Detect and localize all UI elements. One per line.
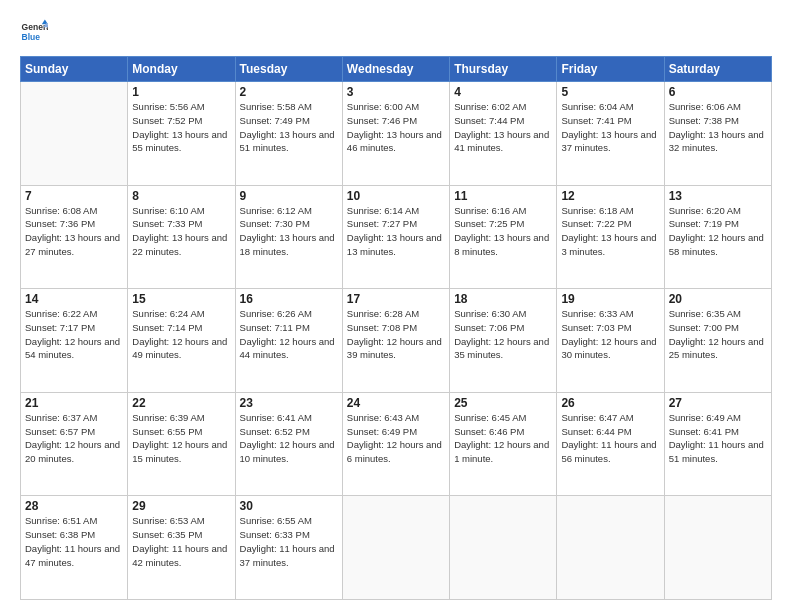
day-info: Sunrise: 6:51 AMSunset: 6:38 PMDaylight:… — [25, 514, 123, 569]
day-number: 29 — [132, 499, 230, 513]
logo-icon: General Blue — [20, 18, 48, 46]
day-number: 12 — [561, 189, 659, 203]
day-number: 7 — [25, 189, 123, 203]
day-number: 18 — [454, 292, 552, 306]
calendar-page: General Blue SundayMondayTuesdayWednesda… — [0, 0, 792, 612]
day-number: 19 — [561, 292, 659, 306]
day-number: 30 — [240, 499, 338, 513]
day-info: Sunrise: 6:43 AMSunset: 6:49 PMDaylight:… — [347, 411, 445, 466]
day-info: Sunrise: 6:47 AMSunset: 6:44 PMDaylight:… — [561, 411, 659, 466]
weekday-header-monday: Monday — [128, 57, 235, 82]
day-number: 14 — [25, 292, 123, 306]
calendar-week-4: 21Sunrise: 6:37 AMSunset: 6:57 PMDayligh… — [21, 392, 772, 496]
day-number: 20 — [669, 292, 767, 306]
day-number: 1 — [132, 85, 230, 99]
day-info: Sunrise: 6:04 AMSunset: 7:41 PMDaylight:… — [561, 100, 659, 155]
calendar-cell: 27Sunrise: 6:49 AMSunset: 6:41 PMDayligh… — [664, 392, 771, 496]
day-info: Sunrise: 5:58 AMSunset: 7:49 PMDaylight:… — [240, 100, 338, 155]
weekday-header-sunday: Sunday — [21, 57, 128, 82]
day-number: 4 — [454, 85, 552, 99]
calendar-cell: 22Sunrise: 6:39 AMSunset: 6:55 PMDayligh… — [128, 392, 235, 496]
day-info: Sunrise: 6:37 AMSunset: 6:57 PMDaylight:… — [25, 411, 123, 466]
day-info: Sunrise: 6:49 AMSunset: 6:41 PMDaylight:… — [669, 411, 767, 466]
calendar-cell — [450, 496, 557, 600]
calendar-cell: 17Sunrise: 6:28 AMSunset: 7:08 PMDayligh… — [342, 289, 449, 393]
day-number: 28 — [25, 499, 123, 513]
header: General Blue — [20, 18, 772, 46]
day-number: 11 — [454, 189, 552, 203]
calendar-cell — [342, 496, 449, 600]
day-info: Sunrise: 6:26 AMSunset: 7:11 PMDaylight:… — [240, 307, 338, 362]
calendar-cell: 15Sunrise: 6:24 AMSunset: 7:14 PMDayligh… — [128, 289, 235, 393]
day-number: 24 — [347, 396, 445, 410]
calendar-cell: 5Sunrise: 6:04 AMSunset: 7:41 PMDaylight… — [557, 82, 664, 186]
calendar-week-1: 1Sunrise: 5:56 AMSunset: 7:52 PMDaylight… — [21, 82, 772, 186]
day-info: Sunrise: 6:45 AMSunset: 6:46 PMDaylight:… — [454, 411, 552, 466]
day-info: Sunrise: 6:06 AMSunset: 7:38 PMDaylight:… — [669, 100, 767, 155]
day-number: 16 — [240, 292, 338, 306]
weekday-header-thursday: Thursday — [450, 57, 557, 82]
day-info: Sunrise: 6:53 AMSunset: 6:35 PMDaylight:… — [132, 514, 230, 569]
day-info: Sunrise: 6:02 AMSunset: 7:44 PMDaylight:… — [454, 100, 552, 155]
calendar-cell: 9Sunrise: 6:12 AMSunset: 7:30 PMDaylight… — [235, 185, 342, 289]
day-info: Sunrise: 6:55 AMSunset: 6:33 PMDaylight:… — [240, 514, 338, 569]
calendar-cell: 20Sunrise: 6:35 AMSunset: 7:00 PMDayligh… — [664, 289, 771, 393]
calendar-cell: 12Sunrise: 6:18 AMSunset: 7:22 PMDayligh… — [557, 185, 664, 289]
weekday-header-friday: Friday — [557, 57, 664, 82]
day-number: 22 — [132, 396, 230, 410]
calendar-week-5: 28Sunrise: 6:51 AMSunset: 6:38 PMDayligh… — [21, 496, 772, 600]
day-number: 2 — [240, 85, 338, 99]
calendar-cell: 28Sunrise: 6:51 AMSunset: 6:38 PMDayligh… — [21, 496, 128, 600]
weekday-header-tuesday: Tuesday — [235, 57, 342, 82]
day-info: Sunrise: 6:28 AMSunset: 7:08 PMDaylight:… — [347, 307, 445, 362]
calendar-cell: 21Sunrise: 6:37 AMSunset: 6:57 PMDayligh… — [21, 392, 128, 496]
calendar-cell: 11Sunrise: 6:16 AMSunset: 7:25 PMDayligh… — [450, 185, 557, 289]
calendar-cell: 26Sunrise: 6:47 AMSunset: 6:44 PMDayligh… — [557, 392, 664, 496]
calendar-cell: 18Sunrise: 6:30 AMSunset: 7:06 PMDayligh… — [450, 289, 557, 393]
day-info: Sunrise: 6:30 AMSunset: 7:06 PMDaylight:… — [454, 307, 552, 362]
logo: General Blue — [20, 18, 48, 46]
day-info: Sunrise: 5:56 AMSunset: 7:52 PMDaylight:… — [132, 100, 230, 155]
calendar-cell: 10Sunrise: 6:14 AMSunset: 7:27 PMDayligh… — [342, 185, 449, 289]
calendar-cell: 29Sunrise: 6:53 AMSunset: 6:35 PMDayligh… — [128, 496, 235, 600]
day-number: 17 — [347, 292, 445, 306]
day-info: Sunrise: 6:12 AMSunset: 7:30 PMDaylight:… — [240, 204, 338, 259]
calendar-week-3: 14Sunrise: 6:22 AMSunset: 7:17 PMDayligh… — [21, 289, 772, 393]
day-number: 10 — [347, 189, 445, 203]
day-info: Sunrise: 6:24 AMSunset: 7:14 PMDaylight:… — [132, 307, 230, 362]
calendar-cell — [664, 496, 771, 600]
day-number: 5 — [561, 85, 659, 99]
day-number: 27 — [669, 396, 767, 410]
day-number: 6 — [669, 85, 767, 99]
day-info: Sunrise: 6:39 AMSunset: 6:55 PMDaylight:… — [132, 411, 230, 466]
weekday-header-row: SundayMondayTuesdayWednesdayThursdayFrid… — [21, 57, 772, 82]
day-info: Sunrise: 6:10 AMSunset: 7:33 PMDaylight:… — [132, 204, 230, 259]
calendar-cell: 8Sunrise: 6:10 AMSunset: 7:33 PMDaylight… — [128, 185, 235, 289]
day-info: Sunrise: 6:16 AMSunset: 7:25 PMDaylight:… — [454, 204, 552, 259]
day-number: 25 — [454, 396, 552, 410]
day-number: 13 — [669, 189, 767, 203]
calendar-cell: 3Sunrise: 6:00 AMSunset: 7:46 PMDaylight… — [342, 82, 449, 186]
calendar-week-2: 7Sunrise: 6:08 AMSunset: 7:36 PMDaylight… — [21, 185, 772, 289]
calendar-cell: 13Sunrise: 6:20 AMSunset: 7:19 PMDayligh… — [664, 185, 771, 289]
calendar-cell: 25Sunrise: 6:45 AMSunset: 6:46 PMDayligh… — [450, 392, 557, 496]
day-number: 21 — [25, 396, 123, 410]
calendar-cell: 24Sunrise: 6:43 AMSunset: 6:49 PMDayligh… — [342, 392, 449, 496]
calendar-table: SundayMondayTuesdayWednesdayThursdayFrid… — [20, 56, 772, 600]
calendar-cell: 7Sunrise: 6:08 AMSunset: 7:36 PMDaylight… — [21, 185, 128, 289]
calendar-cell: 1Sunrise: 5:56 AMSunset: 7:52 PMDaylight… — [128, 82, 235, 186]
calendar-cell: 2Sunrise: 5:58 AMSunset: 7:49 PMDaylight… — [235, 82, 342, 186]
svg-text:Blue: Blue — [22, 32, 41, 42]
calendar-cell: 6Sunrise: 6:06 AMSunset: 7:38 PMDaylight… — [664, 82, 771, 186]
calendar-cell — [557, 496, 664, 600]
day-info: Sunrise: 6:22 AMSunset: 7:17 PMDaylight:… — [25, 307, 123, 362]
calendar-cell: 23Sunrise: 6:41 AMSunset: 6:52 PMDayligh… — [235, 392, 342, 496]
day-number: 15 — [132, 292, 230, 306]
day-number: 23 — [240, 396, 338, 410]
day-info: Sunrise: 6:00 AMSunset: 7:46 PMDaylight:… — [347, 100, 445, 155]
day-number: 3 — [347, 85, 445, 99]
weekday-header-saturday: Saturday — [664, 57, 771, 82]
day-number: 9 — [240, 189, 338, 203]
day-info: Sunrise: 6:18 AMSunset: 7:22 PMDaylight:… — [561, 204, 659, 259]
day-info: Sunrise: 6:20 AMSunset: 7:19 PMDaylight:… — [669, 204, 767, 259]
